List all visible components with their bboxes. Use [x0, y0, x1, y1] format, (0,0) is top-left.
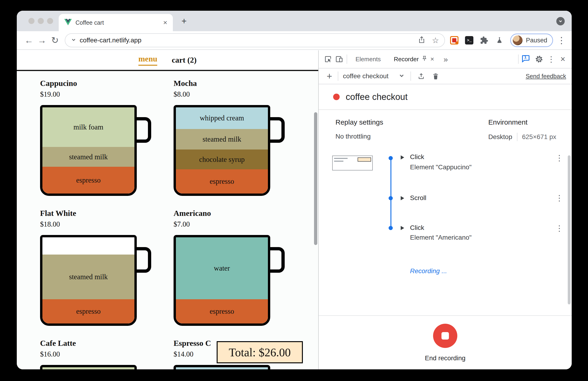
menu-item-flat-white: Flat White $18.00 steamed milkespresso: [40, 209, 149, 326]
expand-step-icon[interactable]: [401, 155, 404, 160]
cup-layer-espresso: espresso: [176, 299, 268, 323]
send-feedback-link[interactable]: Send feedback: [526, 73, 566, 80]
cup-body[interactable]: waterespresso: [173, 235, 270, 326]
add-recording-icon[interactable]: +: [324, 71, 335, 81]
recording-select-label: coffee checkout: [343, 72, 389, 80]
cup-body[interactable]: milk foamsteamed milkespresso: [40, 365, 137, 369]
recorder-controls-bar: + coffee checkout: [319, 68, 572, 84]
throttling-value: No throttling: [336, 133, 488, 140]
browser-tab[interactable]: Coffee cart ×: [59, 14, 173, 31]
environment-title[interactable]: Environment: [488, 118, 556, 126]
devtools-toolbar-right: 1 ⋮ ×: [518, 54, 568, 65]
step-action[interactable]: Scroll: [410, 194, 426, 202]
share-icon[interactable]: [418, 36, 425, 44]
cup-cafe-latte[interactable]: milk foamsteamed milkespresso: [40, 365, 137, 369]
cup-body[interactable]: whipped creamsteamed milkchocolate syrup…: [173, 105, 270, 196]
delete-recording-icon[interactable]: [430, 71, 441, 82]
cup-cappucino[interactable]: milk foamsteamed milkespresso: [40, 105, 137, 196]
url-text[interactable]: coffee-cart.netlify.app: [80, 37, 141, 44]
expand-step-icon[interactable]: [401, 196, 404, 200]
more-tabs-icon[interactable]: »: [441, 55, 451, 64]
recording-indicator-dot: [333, 94, 340, 100]
zoom-window-button[interactable]: [47, 18, 53, 24]
cup-layer-steamed-milk: steamed milk: [42, 147, 134, 167]
cup-layer-whipped-cream: whipped cream: [176, 107, 268, 129]
replay-settings-title[interactable]: Replay settings: [336, 118, 488, 126]
tab-recorder[interactable]: Recorder ×: [387, 55, 441, 63]
close-window-button[interactable]: [28, 18, 35, 24]
cup-espresso[interactable]: whipped creamespresso: [173, 365, 270, 369]
cup-layer-whipped-cream: whipped cream: [176, 367, 268, 369]
recording-select[interactable]: coffee checkout: [343, 72, 405, 80]
settings-gear-icon[interactable]: [533, 54, 545, 65]
forward-icon[interactable]: →: [35, 34, 48, 47]
cup-layer-espresso: espresso: [42, 299, 134, 323]
puzzle-extensions-icon[interactable]: [480, 36, 489, 45]
bookmark-star-icon[interactable]: ☆: [432, 36, 439, 45]
cup-mocha[interactable]: whipped creamsteamed milkchocolate syrup…: [173, 105, 270, 196]
devtools-panel: Elements Recorder × »: [318, 50, 572, 369]
tab-close-icon[interactable]: ×: [163, 19, 167, 26]
avatar: [513, 35, 523, 45]
step-screenshot-thumbnail[interactable]: [332, 156, 373, 170]
item-name: Cappucino: [40, 79, 149, 88]
step-detail[interactable]: Element "Cappucino": [410, 163, 472, 171]
back-icon[interactable]: ←: [22, 34, 35, 47]
address-bar[interactable]: coffee-cart.netlify.app ☆: [65, 33, 445, 47]
nav-cart-link[interactable]: cart (2): [172, 56, 197, 64]
flask-extension-icon[interactable]: [495, 36, 504, 45]
nav-menu-link[interactable]: menu: [138, 55, 157, 66]
cup-layer-steamed-milk: steamed milk: [176, 129, 268, 150]
timeline-dot: [389, 196, 393, 200]
cup-body[interactable]: steamed milkespresso: [40, 235, 137, 326]
cart-total-button[interactable]: Total: $26.00: [217, 341, 303, 363]
vue-logo-icon: [64, 19, 72, 26]
steps-timeline: [390, 158, 391, 228]
step-action[interactable]: Click: [410, 224, 424, 231]
devtools-menu-icon[interactable]: ⋮: [547, 55, 555, 64]
cup-body[interactable]: whipped creamespresso: [173, 365, 270, 369]
new-tab-button[interactable]: +: [179, 16, 189, 26]
menu-grid: Cappucino $19.00 milk foamsteamed milkes…: [17, 71, 318, 369]
inspect-element-icon[interactable]: [322, 54, 334, 65]
step-menu-icon[interactable]: ⋮: [555, 154, 563, 162]
cup-layer-milk-foam: milk foam: [42, 107, 134, 147]
paused-profile-button[interactable]: Paused: [510, 34, 553, 47]
cup-americano[interactable]: waterespresso: [173, 235, 270, 326]
device-toolbar-icon[interactable]: [334, 54, 345, 65]
minimize-window-button[interactable]: [38, 18, 44, 24]
screen: Coffee cart × + ← → ↻ coffee-cart.netlif…: [0, 0, 588, 381]
coffee-cart-app: menu cart (2) Cappucino $19.00 milk foam…: [17, 50, 318, 369]
reload-icon[interactable]: ↻: [48, 34, 62, 47]
menu-item-mocha: Mocha $8.00 whipped creamsteamed milkcho…: [173, 79, 283, 196]
chrome-profile-chevron-icon[interactable]: [556, 17, 565, 25]
app-scrollbar-thumb[interactable]: [314, 112, 317, 245]
cup-layer-milk-foam: milk foam: [42, 367, 134, 369]
divider: [517, 133, 517, 141]
cup-flat-white[interactable]: steamed milkespresso: [40, 235, 137, 326]
step-detail[interactable]: Element "Americano": [410, 234, 472, 241]
tab-elements[interactable]: Elements: [349, 56, 387, 63]
cup-layer-steamed-milk: steamed milk: [42, 255, 134, 299]
issues-counter[interactable]: 1: [521, 54, 531, 64]
step-menu-icon[interactable]: ⋮: [555, 193, 563, 203]
end-recording-button[interactable]: [433, 324, 457, 348]
timeline-dot: [389, 226, 393, 230]
export-recording-icon[interactable]: [416, 71, 427, 82]
terminal-extension-icon[interactable]: >_: [465, 36, 473, 44]
item-name: Mocha: [173, 79, 283, 88]
calculator-extension-icon[interactable]: [450, 36, 459, 45]
browser-menu-icon[interactable]: ⋮: [557, 35, 566, 45]
expand-step-icon[interactable]: [401, 226, 404, 230]
timeline-dot: [389, 156, 393, 160]
step-menu-icon[interactable]: ⋮: [555, 223, 563, 233]
app-navbar: menu cart (2): [17, 50, 318, 70]
step-action[interactable]: Click: [410, 154, 424, 161]
steps-scrollbar-thumb[interactable]: [568, 155, 570, 304]
site-info-chevron-icon[interactable]: [71, 37, 76, 43]
end-recording-label: End recording: [425, 354, 465, 362]
close-recorder-tab-icon[interactable]: ×: [430, 55, 434, 63]
close-devtools-icon[interactable]: ×: [558, 54, 568, 64]
replay-settings-section: Replay settings No throttling Environmen…: [319, 110, 572, 154]
cup-body[interactable]: milk foamsteamed milkespresso: [40, 105, 137, 196]
